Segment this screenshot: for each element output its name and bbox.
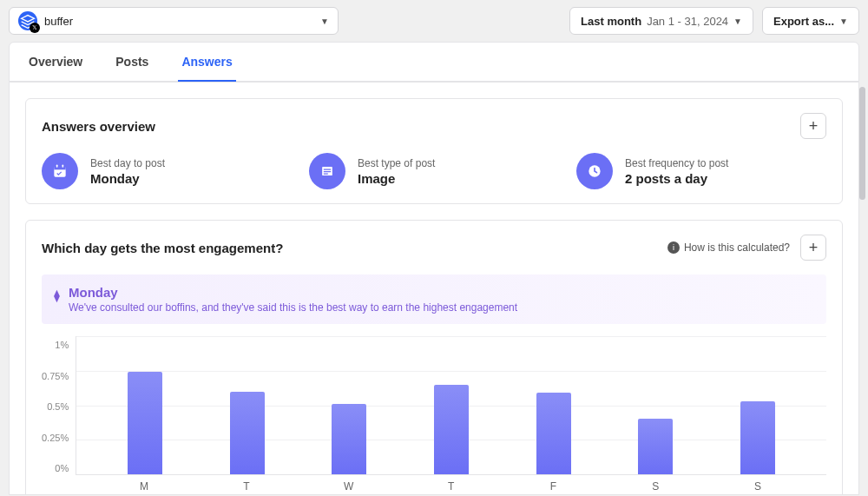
export-label: Export as... [773, 15, 834, 28]
account-name: buffer [44, 15, 313, 28]
x-label: T [229, 480, 264, 493]
card-title: Which day gets the most engagement? [42, 241, 283, 255]
overview-item: Best frequency to post 2 posts a day [576, 153, 826, 189]
x-label: M [127, 480, 161, 493]
y-tick: 0% [42, 463, 69, 473]
chevron-down-icon: ▼ [320, 17, 329, 26]
highlight-banner: ⧫ Monday We've consulted our boffins, an… [42, 274, 826, 324]
y-tick: 1% [42, 340, 69, 350]
bar [638, 419, 673, 474]
bar-col [536, 336, 571, 474]
overview-item: Best type of post Image [309, 153, 559, 189]
bar-col [128, 336, 162, 474]
overview-label: Best type of post [358, 157, 435, 169]
svg-rect-2 [54, 167, 65, 169]
bar [434, 385, 469, 474]
x-label: T [434, 480, 469, 493]
x-axis: MTWTFSS [76, 475, 826, 493]
svg-rect-8 [324, 174, 328, 175]
scrollbar[interactable] [859, 87, 865, 200]
chevron-down-icon: ▼ [733, 17, 742, 26]
bar [128, 372, 162, 474]
info-icon: i [667, 241, 680, 254]
export-button[interactable]: Export as... ▼ [762, 7, 859, 35]
x-label: W [332, 480, 366, 493]
bar [740, 401, 775, 474]
overview-value: Image [358, 171, 435, 186]
tab-answers[interactable]: Answers [178, 43, 235, 81]
bar-col [434, 336, 469, 474]
card-title: Answers overview [42, 119, 155, 134]
bar [332, 404, 366, 474]
tab-posts[interactable]: Posts [112, 43, 152, 81]
bar-col [230, 336, 265, 474]
bars-area [76, 336, 826, 475]
overview-label: Best frequency to post [625, 157, 728, 169]
image-icon [309, 153, 345, 189]
tabs: Overview Posts Answers [10, 43, 858, 82]
bolt-icon: ⧫ [54, 288, 60, 302]
banner-title: Monday [69, 285, 517, 300]
x-badge-icon: 𝕏 [30, 23, 40, 33]
calendar-icon [42, 153, 78, 189]
overview-label: Best day to post [90, 157, 165, 169]
svg-rect-3 [56, 165, 58, 168]
svg-rect-4 [62, 165, 64, 168]
engagement-chart: 1% 0.75% 0.5% 0.25% 0% MTWTFSS [42, 336, 826, 493]
overview-value: 2 posts a day [625, 171, 728, 186]
x-label: S [740, 480, 775, 493]
y-tick: 0.5% [42, 401, 69, 412]
account-selector[interactable]: 𝕏 buffer ▼ [9, 7, 339, 35]
chevron-down-icon: ▼ [839, 17, 848, 26]
bar [230, 392, 265, 474]
bar-col [638, 336, 673, 474]
bar-col [740, 336, 775, 474]
buffer-logo-icon: 𝕏 [18, 11, 37, 30]
tab-overview[interactable]: Overview [25, 43, 86, 81]
y-tick: 0.25% [42, 433, 69, 443]
y-axis: 1% 0.75% 0.5% 0.25% 0% [42, 336, 76, 493]
add-button[interactable]: + [800, 113, 826, 139]
help-link[interactable]: i How is this calculated? [667, 241, 790, 254]
svg-rect-6 [324, 169, 331, 170]
clock-icon [576, 153, 613, 189]
engagement-card: Which day gets the most engagement? i Ho… [25, 220, 843, 495]
overview-item: Best day to post Monday [42, 153, 292, 189]
answers-overview-card: Answers overview + Best day to post Mond… [25, 98, 843, 204]
date-range: Jan 1 - 31, 2024 [647, 15, 728, 28]
x-label: F [536, 480, 570, 493]
help-text: How is this calculated? [684, 241, 790, 254]
date-label: Last month [581, 15, 641, 28]
add-button[interactable]: + [800, 235, 826, 261]
x-label: S [638, 480, 673, 493]
date-range-picker[interactable]: Last month Jan 1 - 31, 2024 ▼ [569, 7, 753, 35]
overview-value: Monday [90, 171, 165, 186]
svg-rect-7 [324, 171, 331, 172]
banner-subtitle: We've consulted our boffins, and they've… [69, 301, 517, 314]
bar-col [332, 336, 366, 474]
bar [536, 393, 571, 474]
y-tick: 0.75% [42, 371, 69, 381]
